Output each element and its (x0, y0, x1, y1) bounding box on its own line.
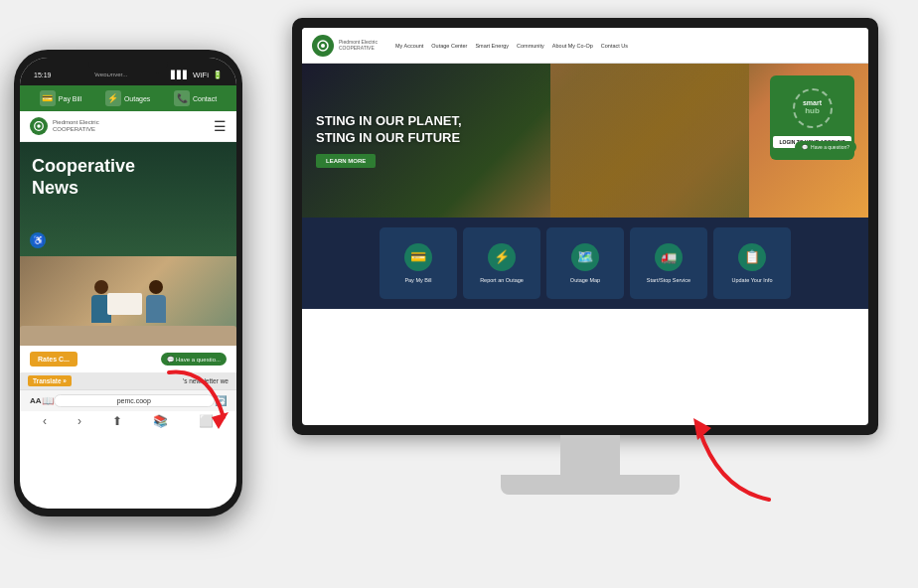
monitor-base (501, 475, 680, 495)
smarthub-icon-area: smarthub (793, 88, 833, 128)
hamburger-icon[interactable]: ☰ (214, 118, 227, 134)
person2-head (149, 280, 163, 294)
left-arrow (154, 358, 243, 451)
nav-outage-center[interactable]: Outage Center (431, 43, 467, 49)
reader-mode-icon: 📖 (42, 395, 54, 406)
battery-icon: 🔋 (213, 71, 223, 79)
desktop-hero-text: STING IN OUR PLANET, STING IN OUR FUTURE (316, 113, 462, 147)
desktop-monitor: Piedmont Electric COOPERATIVE My Account… (292, 18, 888, 514)
contact-label: Contact (193, 95, 217, 102)
person-2 (146, 280, 166, 323)
svg-point-5 (321, 44, 325, 48)
svg-point-1 (37, 124, 40, 127)
font-size-control[interactable]: AA (30, 396, 42, 405)
monitor-screen: Piedmont Electric COOPERATIVE My Account… (302, 28, 868, 425)
svg-marker-2 (212, 412, 229, 429)
start-stop-tile-icon: 🚛 (655, 243, 683, 271)
phone-status-icons: ▋▋▋ WiFi 🔋 (171, 71, 223, 79)
desktop-logo-text: Piedmont Electric COOPERATIVE (339, 40, 378, 51)
pay-bill-tile-icon: 💳 (404, 243, 432, 271)
phone-qa-pay-bill[interactable]: 💳 Pay Bill (40, 90, 81, 106)
share-icon[interactable]: ⬆ (112, 414, 122, 428)
translate-button[interactable]: Translate » (28, 375, 72, 386)
phone-qa-outages[interactable]: ⚡ Outages (105, 90, 150, 106)
tile-start-stop[interactable]: 🚛 Start/Stop Service (630, 227, 707, 299)
phone-logo-text: Piedmont Electric COOPERATIVE (53, 119, 99, 132)
tile-update-info[interactable]: 📋 Update Your Info (713, 227, 791, 299)
url-text: pemc.coop (117, 397, 151, 404)
desktop-service-tiles: 💳 Pay My Bill ⚡ Report an Outage 🗺️ Outa… (302, 218, 868, 309)
phone-logo-icon (30, 117, 48, 135)
paper-document (107, 293, 142, 315)
rates-button[interactable]: Rates C... (30, 352, 77, 367)
forward-icon[interactable]: › (77, 414, 81, 428)
start-stop-tile-label: Start/Stop Service (647, 277, 690, 284)
signal-icon: ▋▋▋ (171, 71, 189, 79)
update-info-tile-icon: 📋 (738, 243, 766, 271)
smarthub-text: smarthub (803, 99, 822, 115)
desktop-logo: Piedmont Electric COOPERATIVE (312, 35, 378, 57)
phone-logo: Piedmont Electric COOPERATIVE (30, 117, 99, 135)
update-info-tile-label: Update Your Info (732, 277, 773, 284)
smarthub-circle: smarthub (793, 88, 833, 128)
desktop-hero-content: STING IN OUR PLANET, STING IN OUR FUTURE… (316, 113, 462, 169)
tile-pay-bill[interactable]: 💳 Pay My Bill (380, 227, 457, 299)
outage-map-tile-label: Outage Map (570, 277, 600, 284)
phone-notch (88, 58, 168, 74)
nav-my-account[interactable]: My Account (395, 43, 423, 49)
sofa-decoration (20, 326, 236, 346)
nav-contact-us[interactable]: Contact Us (601, 43, 628, 49)
contact-icon: 📞 (174, 90, 190, 106)
monitor-frame: Piedmont Electric COOPERATIVE My Account… (292, 18, 878, 435)
phone-header: Piedmont Electric COOPERATIVE ☰ (20, 111, 236, 142)
right-arrow (670, 400, 789, 514)
phone-hero: Cooperative News ♿ (20, 142, 236, 256)
news-people-illustration (91, 280, 166, 323)
person1-head (94, 280, 108, 294)
outage-map-tile-icon: 🗺️ (571, 243, 599, 271)
accessibility-icon: ♿ (30, 232, 46, 248)
phone-hero-text: Cooperative News (32, 156, 135, 199)
desktop-hero: STING IN OUR PLANET, STING IN OUR FUTURE… (302, 64, 868, 218)
report-outage-tile-label: Report an Outage (480, 277, 524, 284)
tile-report-outage[interactable]: ⚡ Report an Outage (463, 227, 540, 299)
phone-news-image (20, 256, 236, 346)
back-icon[interactable]: ‹ (43, 414, 47, 428)
outages-label: Outages (124, 95, 150, 102)
tile-outage-map[interactable]: 🗺️ Outage Map (546, 227, 624, 299)
pay-bill-label: Pay Bill (59, 95, 81, 102)
nav-community[interactable]: Community (517, 43, 544, 49)
phone-mockup: 15:19 WebDriver... ▋▋▋ WiFi 🔋 💳 Pay Bill… (14, 50, 242, 526)
person2-body (146, 295, 166, 323)
desktop-nav-links: My Account Outage Center Smart Energy Co… (395, 43, 628, 49)
pay-bill-icon: 💳 (40, 90, 56, 106)
report-outage-tile-icon: ⚡ (488, 243, 516, 271)
desktop-logo-icon (312, 35, 334, 57)
nav-about-coop[interactable]: About My Co-Op (552, 43, 593, 49)
learn-more-button[interactable]: LEARN MORE (316, 154, 376, 168)
pay-bill-tile-label: Pay My Bill (404, 277, 431, 284)
phone-quick-actions: 💳 Pay Bill ⚡ Outages 📞 Contact (20, 85, 236, 111)
desktop-chat-bubble[interactable]: 💬 Have a question? (795, 141, 856, 153)
desktop-chat-label: Have a question? (811, 144, 849, 150)
desktop-chat-dot-icon: 💬 (802, 144, 808, 150)
phone-time: 15:19 (34, 72, 52, 78)
desktop-nav: Piedmont Electric COOPERATIVE My Account… (302, 28, 868, 64)
nav-smart-energy[interactable]: Smart Energy (475, 43, 509, 49)
phone-qa-contact[interactable]: 📞 Contact (174, 90, 217, 106)
wifi-icon: WiFi (193, 71, 209, 79)
outages-icon: ⚡ (105, 90, 121, 106)
monitor-neck (560, 435, 620, 475)
